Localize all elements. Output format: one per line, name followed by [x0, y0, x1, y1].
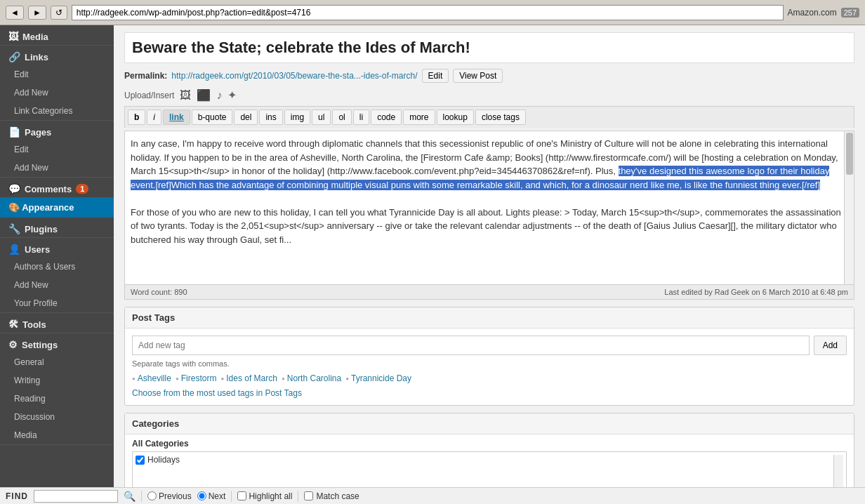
- match-case-checkbox[interactable]: [304, 491, 313, 500]
- sidebar-pages-add-new[interactable]: Add New: [0, 159, 114, 177]
- toolbar-close-tags[interactable]: close tags: [475, 110, 526, 125]
- previous-radio-input[interactable]: [147, 491, 157, 500]
- editor-status-bar: Word count: 890 Last edited by Rad Geek …: [124, 285, 854, 300]
- sidebar-users-add-new[interactable]: Add New: [0, 276, 114, 294]
- toolbar-more[interactable]: more: [403, 110, 435, 125]
- post-tags-header: Post Tags: [125, 307, 854, 329]
- find-label: FIND: [6, 491, 28, 501]
- comments-icon: 💬: [8, 183, 20, 194]
- sidebar-item-tools[interactable]: 🛠 Tools: [0, 313, 114, 333]
- editor-scrollbar[interactable]: [844, 131, 854, 284]
- view-post-button[interactable]: View Post: [453, 69, 503, 83]
- category-holidays-checkbox[interactable]: [136, 456, 145, 465]
- toolbar-code[interactable]: code: [371, 110, 402, 125]
- sidebar-settings-reading[interactable]: Reading: [0, 390, 114, 408]
- toolbar-ul[interactable]: ul: [312, 110, 331, 125]
- next-label: Next: [209, 491, 226, 501]
- sidebar-link-categories[interactable]: Link Categories: [0, 102, 114, 120]
- sidebar-item-appearance[interactable]: 🎨 Appearance: [0, 198, 114, 217]
- reload-button[interactable]: ↺: [51, 6, 67, 20]
- browser-counter: 257: [841, 8, 859, 18]
- all-categories-label: All Categories: [132, 439, 189, 449]
- find-bar: FIND 🔍 Previous Next Highlight all Match…: [0, 487, 865, 504]
- find-input[interactable]: [34, 490, 118, 503]
- sidebar-settings-discussion[interactable]: Discussion: [0, 408, 114, 426]
- tag-firestorm[interactable]: Firestorm: [176, 373, 217, 383]
- tag-asheville[interactable]: Asheville: [132, 373, 171, 383]
- sidebar-your-profile[interactable]: Your Profile: [0, 294, 114, 312]
- editor-area[interactable]: In any case, I'm happy to receive word t…: [124, 131, 854, 285]
- sidebar-settings-writing[interactable]: Writing: [0, 371, 114, 390]
- tag-north-carolina[interactable]: North Carolina: [282, 373, 341, 383]
- sidebar-users-label: Users: [25, 244, 50, 255]
- sidebar-authors-users[interactable]: Authors & Users: [0, 258, 114, 276]
- toolbar-img[interactable]: img: [284, 110, 310, 125]
- find-separator: [141, 491, 142, 502]
- word-count: Word count: 890: [131, 288, 187, 296]
- post-title-input[interactable]: [124, 32, 854, 63]
- tag-ides-of-march[interactable]: Ides of March: [220, 373, 277, 383]
- tag-input[interactable]: [132, 336, 810, 355]
- media-icon: 🖼: [8, 31, 18, 42]
- sidebar-links-edit[interactable]: Edit: [0, 65, 114, 84]
- categories-scroll[interactable]: Holidays: [132, 451, 847, 487]
- toolbar-ins[interactable]: ins: [259, 110, 282, 125]
- sidebar-pages-label: Pages: [25, 127, 51, 138]
- sidebar-item-links[interactable]: 🔗 Links: [0, 46, 114, 65]
- sidebar-item-comments[interactable]: 💬 Comments 1: [0, 178, 114, 197]
- permalink-url[interactable]: http://radgeek.com/gt/2010/03/05/beware-…: [171, 71, 417, 81]
- sidebar-item-plugins[interactable]: 🔧 Plugins: [0, 218, 114, 237]
- tools-icon: 🛠: [8, 319, 18, 330]
- audio-icon[interactable]: ♪: [216, 89, 222, 102]
- sidebar-links-add-new[interactable]: Add New: [0, 84, 114, 102]
- forward-button[interactable]: ►: [28, 6, 46, 20]
- choose-tags-link[interactable]: Choose from the most used tags in Post T…: [132, 388, 302, 398]
- gallery-icon[interactable]: ⬛: [197, 88, 211, 102]
- amazon-label: Amazon.com: [788, 8, 837, 18]
- edit-permalink-button[interactable]: Edit: [422, 69, 449, 83]
- back-button[interactable]: ◄: [6, 6, 24, 20]
- toolbar-del[interactable]: del: [234, 110, 258, 125]
- sidebar-appearance-label: Appearance: [22, 202, 74, 213]
- sidebar-item-settings[interactable]: ⚙ Settings: [0, 333, 114, 353]
- sidebar-tools-label: Tools: [22, 319, 46, 330]
- highlight-all-checkbox[interactable]: [237, 491, 246, 500]
- sidebar-settings-general[interactable]: General: [0, 353, 114, 371]
- previous-radio[interactable]: Previous: [147, 491, 192, 501]
- next-radio[interactable]: Next: [197, 491, 226, 501]
- editor-scrollbar-thumb[interactable]: [846, 133, 853, 175]
- highlight-all-label[interactable]: Highlight all: [237, 491, 292, 501]
- toolbar-bold[interactable]: b: [128, 110, 145, 125]
- sidebar-settings-media[interactable]: Media: [0, 426, 114, 444]
- categories-scrollbar[interactable]: [833, 455, 843, 487]
- tags-list: Asheville Firestorm Ides of March North …: [132, 373, 847, 383]
- url-bar[interactable]: [72, 5, 784, 20]
- find-search-icon[interactable]: 🔍: [124, 491, 136, 502]
- tags-hint: Separate tags with commas.: [132, 359, 847, 368]
- sidebar-plugins-label: Plugins: [25, 224, 58, 234]
- sidebar-item-pages[interactable]: 📄 Pages: [0, 121, 114, 140]
- next-radio-input[interactable]: [197, 491, 206, 500]
- toolbar-bquote[interactable]: b-quote: [192, 110, 233, 125]
- image-upload-icon[interactable]: 🖼: [180, 89, 191, 102]
- add-tag-button[interactable]: Add: [814, 336, 847, 355]
- editor-content: In any case, I'm happy to receive word t…: [131, 137, 848, 246]
- category-holidays[interactable]: Holidays: [136, 455, 833, 465]
- tag-tyrannicide-day[interactable]: Tyrannicide Day: [345, 373, 411, 383]
- toolbar-li[interactable]: li: [353, 110, 369, 125]
- toolbar-italic[interactable]: i: [147, 110, 161, 125]
- sidebar-settings-label: Settings: [22, 340, 58, 350]
- sidebar-item-media[interactable]: 🖼 Media: [0, 25, 114, 45]
- browser-bar: ◄ ► ↺ Amazon.com 257: [0, 0, 865, 25]
- media-icon-toolbar[interactable]: ✦: [227, 88, 237, 102]
- sidebar-pages-edit[interactable]: Edit: [0, 140, 114, 159]
- toolbar-link[interactable]: link: [163, 110, 190, 125]
- match-case-row: Match case: [304, 491, 359, 501]
- toolbar-ol[interactable]: ol: [332, 110, 351, 125]
- toolbar-lookup[interactable]: lookup: [437, 110, 474, 125]
- links-icon: 🔗: [8, 51, 20, 62]
- sidebar-item-users[interactable]: 👤 Users: [0, 238, 114, 258]
- find-separator-3: [298, 491, 298, 502]
- users-icon: 👤: [8, 244, 20, 255]
- sidebar-media-label: Media: [22, 32, 48, 42]
